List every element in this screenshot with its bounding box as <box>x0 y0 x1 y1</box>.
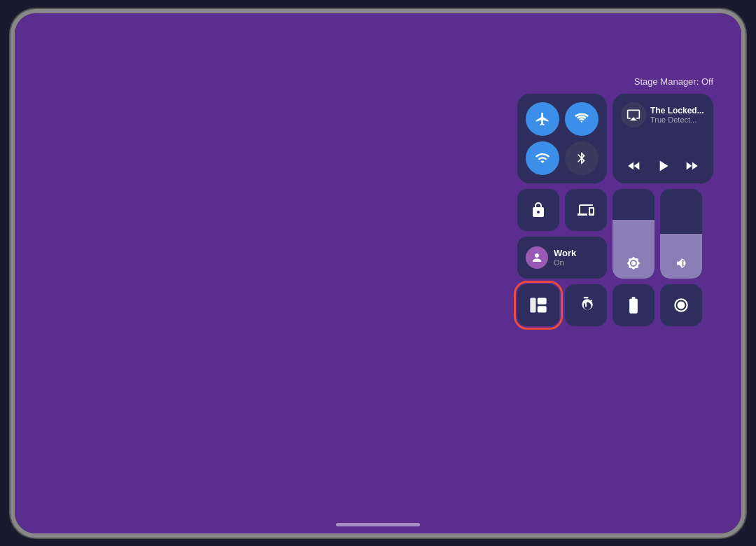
stage-manager-status: Stage Manager: Off <box>517 76 713 87</box>
focus-mode-name: Work <box>554 248 576 258</box>
volume-icon <box>674 256 688 270</box>
home-indicator[interactable] <box>336 523 420 526</box>
cc-row-2: Work On <box>517 189 713 279</box>
forward-icon[interactable] <box>684 158 699 174</box>
now-playing-text: The Locked... True Detect... <box>650 106 704 124</box>
wifi-button[interactable] <box>526 141 559 175</box>
cc-grid: The Locked... True Detect... <box>517 94 713 326</box>
tablet-screen: Stage Manager: Off <box>15 13 741 533</box>
focus-status: On <box>554 258 576 267</box>
airplane-mode-button[interactable] <box>526 102 559 136</box>
screen-mirror-button[interactable] <box>565 189 607 231</box>
now-playing-subtitle: True Detect... <box>650 115 704 124</box>
brightness-slider[interactable] <box>612 189 654 279</box>
airplay-icon <box>621 102 646 127</box>
screen-record-button[interactable] <box>660 284 702 326</box>
now-playing-tile[interactable]: The Locked... True Detect... <box>612 94 713 183</box>
tablet-frame: Stage Manager: Off <box>10 9 746 538</box>
svg-rect-2 <box>538 306 547 312</box>
focus-text: Work On <box>554 248 576 267</box>
svg-point-4 <box>678 301 685 309</box>
focus-icon <box>526 246 548 269</box>
svg-rect-0 <box>530 298 536 312</box>
playback-controls <box>621 157 705 175</box>
now-playing-header: The Locked... True Detect... <box>621 102 705 127</box>
rewind-icon[interactable] <box>626 158 642 174</box>
hotspot-button[interactable] <box>565 102 598 136</box>
cc-row-3 <box>517 284 713 326</box>
stage-manager-button[interactable] <box>517 284 559 326</box>
svg-rect-1 <box>538 298 547 304</box>
orientation-lock-button[interactable] <box>517 189 559 231</box>
cc-row-1: The Locked... True Detect... <box>517 94 713 183</box>
control-center: Stage Manager: Off <box>517 76 713 326</box>
battery-button[interactable] <box>612 284 654 326</box>
now-playing-title: The Locked... <box>650 106 704 115</box>
connectivity-tile[interactable] <box>517 94 607 183</box>
brightness-icon <box>626 256 640 270</box>
bluetooth-button[interactable] <box>565 141 598 175</box>
focus-tile[interactable]: Work On <box>517 237 607 279</box>
timer-button[interactable] <box>565 284 607 326</box>
volume-slider[interactable] <box>660 189 702 279</box>
play-icon[interactable] <box>654 157 672 175</box>
